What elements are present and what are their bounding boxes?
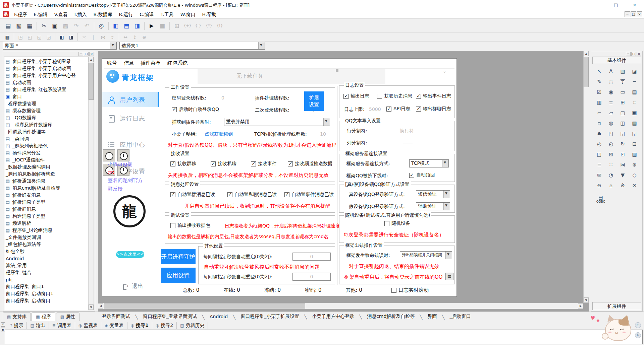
history-message-checkbox[interactable]: 获取历史消息 [377, 93, 412, 99]
output-packet-checkbox[interactable]: 输出接收数据包 [170, 222, 210, 228]
cut-button[interactable]: ✂ [39, 21, 49, 31]
layout-left-button[interactable]: ◧ [111, 21, 121, 31]
recv-private-checkbox[interactable]: 接收私聊 [211, 161, 236, 167]
tree-item[interactable]: ▤窗口程序集_红包系统设置 [4, 86, 88, 93]
timer-component-icon[interactable] [103, 149, 115, 161]
output-content-box[interactable] [5, 330, 643, 344]
mdi-restore-button[interactable]: □ [631, 11, 636, 17]
tree-item[interactable]: ▤插件消息分发 [4, 149, 88, 156]
tree-item[interactable]: _文件拖放类回调 [4, 234, 88, 241]
form-menu-item[interactable]: 账号 [104, 59, 120, 67]
chevron-down-icon[interactable] [323, 118, 330, 126]
designer-hscrollbar[interactable]: ◀ ▶ [98, 303, 583, 309]
new-button[interactable]: ▤ [3, 21, 13, 31]
scroll-up-icon[interactable]: ▲ [89, 57, 94, 62]
component-tool-icon[interactable]: ◌ [605, 76, 617, 87]
pet-refresh-icon[interactable]: ↻ [635, 332, 641, 338]
panel-tab-支持库[interactable]: ▤支持库 [3, 313, 31, 321]
align-right-button[interactable]: ◰ [25, 33, 34, 41]
component-tool-icon[interactable]: ─ [629, 76, 640, 87]
component-tool-icon[interactable]: ▫ [593, 118, 605, 128]
space-shrink-button[interactable]: ≎ [108, 33, 117, 41]
document-tab[interactable]: 小栗子用户中心登录 [308, 313, 358, 320]
component-tool-icon[interactable]: ⊡ [617, 149, 629, 159]
component-tool-icon[interactable]: ✎ [593, 76, 605, 87]
space-equal-button[interactable]: ≍ [80, 33, 89, 41]
output-tab-搜寻2[interactable]: ◎搜寻2 [152, 322, 177, 329]
tree-item[interactable]: ▤启动动画 [4, 79, 88, 86]
step-out-button[interactable]: {-} [193, 21, 203, 31]
exception-action-select[interactable]: 重载并禁用 [224, 118, 330, 126]
maximize-button[interactable]: □ [606, 0, 625, 10]
scroll-thumb[interactable] [584, 57, 589, 87]
tree-item[interactable]: 窗口程序集_启动窗口 [4, 297, 88, 304]
copy-button[interactable]: ▣ [50, 21, 60, 31]
menu-item[interactable]: W.窗口 [177, 10, 199, 19]
tree-item[interactable]: 算法_常用 [4, 262, 88, 269]
tree-item[interactable]: ▤构造消息子类型 [4, 213, 88, 220]
component-tool-icon[interactable]: ▩ [629, 118, 640, 128]
component-tool-icon[interactable]: 字 [617, 76, 629, 87]
scroll-left-icon[interactable]: ◀ [98, 303, 103, 308]
document-tab[interactable]: Android [206, 313, 232, 320]
recv-channel-checkbox[interactable]: 接收频道推送数据 [288, 161, 332, 167]
align-bottom-button[interactable]: ◲ [44, 33, 53, 41]
component-tool-icon[interactable]: ⌂ [605, 180, 617, 191]
component-tool-icon[interactable]: ◍ [605, 118, 617, 128]
center-horizontal-button[interactable]: ◧ [57, 33, 66, 41]
tree-item[interactable]: ▤消息cmd解析及自检等 [4, 185, 88, 192]
relogin-seconds-input[interactable]: 0 [292, 273, 331, 281]
component-tool-icon[interactable]: ∷ [605, 159, 617, 170]
panel-close-button[interactable]: × [637, 52, 641, 56]
menu-item[interactable]: V.查看 [51, 10, 71, 19]
sidebar-item-用户列表[interactable]: 用户列表 [102, 92, 159, 107]
menu-item[interactable]: T.工具 [157, 10, 177, 19]
fake-lock-select[interactable]: 辅助验证 [416, 202, 450, 210]
save-button[interactable]: ▦ [24, 21, 35, 31]
component-tool-icon[interactable]: ※ [617, 180, 629, 191]
align-left-button[interactable]: ◳ [16, 33, 25, 41]
scroll-up-icon[interactable]: ▲ [584, 51, 589, 56]
form-menu-item[interactable]: 插件菜单 [138, 59, 163, 67]
designer-vscrollbar[interactable]: ▲ ▼ [583, 51, 589, 303]
tree-item[interactable]: ▤解析消息子类型 [4, 199, 88, 206]
log-scroll-checkbox[interactable]: 日志实时滚动 [391, 287, 429, 293]
layout-top-button[interactable]: ⬒ [121, 21, 131, 31]
timer-component-icon[interactable] [117, 149, 129, 161]
layout-split-button[interactable]: ◨ [132, 21, 142, 31]
get-key-link[interactable]: 点我获取秘钥 [205, 131, 233, 137]
component-tool-icon[interactable]: ▢ [617, 108, 629, 118]
output-tab-输出[interactable]: ▤输出 [27, 322, 49, 329]
tree-item[interactable]: 红包全秒 [4, 248, 88, 255]
run-button[interactable]: ▶ [147, 21, 157, 31]
component-tool-icon[interactable]: ◲ [629, 128, 640, 139]
tree-scrollbar[interactable]: ▲ ▼ [88, 57, 94, 310]
tree-item[interactable]: 窗口程序集_窗口1 [4, 283, 88, 290]
undo-button[interactable]: ↶ [82, 21, 92, 31]
component-tool-icon[interactable]: ⌐ [593, 108, 605, 118]
component-tool-icon[interactable]: ↖ [593, 66, 605, 76]
find-button[interactable]: ◎ [96, 21, 106, 31]
component-tool-icon[interactable]: ◵ [605, 139, 617, 149]
scroll-thumb[interactable] [89, 63, 94, 100]
promo-button[interactable]: >>点这里<< [116, 251, 144, 258]
error-action-select[interactable]: 弹出错误框并关闭框架 [400, 251, 452, 259]
grid-tool-button[interactable]: ▦ [445, 273, 453, 280]
restart-seconds-input[interactable]: 0 [292, 253, 331, 261]
component-tool-icon[interactable]: ▼ [617, 170, 629, 180]
output-tab-提示[interactable]: ?提示 [7, 322, 27, 329]
odbc-component-icon[interactable]: ODBC [594, 195, 607, 203]
output-log-checkbox[interactable]: 输出日志 [343, 93, 369, 99]
component-tool-icon[interactable]: ◰ [605, 128, 617, 139]
component-tool-icon[interactable]: ◪ [629, 66, 640, 76]
component-tool-icon[interactable]: ◴ [593, 139, 605, 149]
tree-item[interactable]: _数据处理及编码调用 [4, 163, 88, 170]
component-tool-icon[interactable]: ◫ [617, 118, 629, 128]
step-over-button[interactable]: {*} [204, 21, 214, 31]
scroll-right-icon[interactable]: ▶ [578, 303, 583, 308]
panel-tab-属性[interactable]: ▨属性 [56, 313, 79, 321]
component-tool-icon[interactable]: ▭ [617, 87, 629, 97]
menu-item[interactable]: H.帮助 [199, 10, 220, 19]
chevron-down-icon[interactable] [258, 42, 265, 49]
component-tool-icon[interactable]: ◉ [605, 87, 617, 97]
